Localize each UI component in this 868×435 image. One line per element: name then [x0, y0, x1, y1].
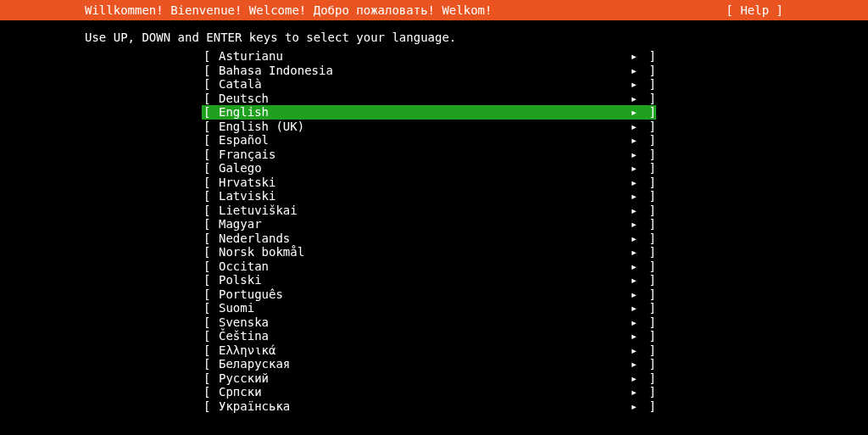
bracket-open: [	[203, 105, 219, 120]
bracket-open: [	[203, 245, 219, 259]
bracket-close: ]	[641, 287, 656, 302]
chevron-right-icon: ▸	[627, 217, 641, 231]
language-item[interactable]: [Українська▸]	[203, 399, 656, 414]
bracket-close: ]	[641, 161, 656, 176]
instruction-text: Use UP, DOWN and ENTER keys to select yo…	[0, 20, 868, 49]
language-label: Español	[219, 133, 627, 148]
bracket-close: ]	[641, 120, 656, 134]
bracket-close: ]	[641, 105, 656, 120]
bracket-open: [	[203, 64, 219, 78]
language-item[interactable]: [Deutsch▸]	[203, 92, 656, 106]
bracket-open: [	[203, 301, 219, 315]
bracket-close: ]	[641, 385, 656, 399]
bracket-close: ]	[641, 77, 656, 92]
bracket-open: [	[203, 315, 219, 330]
language-label: Magyar	[219, 217, 627, 231]
bracket-close: ]	[641, 49, 656, 64]
chevron-right-icon: ▸	[627, 385, 641, 399]
bracket-open: [	[203, 231, 219, 246]
bracket-close: ]	[641, 399, 656, 414]
header-title: Willkommen! Bienvenue! Welcome! Добро по…	[85, 3, 492, 17]
chevron-right-icon: ▸	[627, 357, 641, 371]
language-item[interactable]: [Српски▸]	[203, 385, 656, 399]
bracket-open: [	[203, 259, 219, 274]
language-item[interactable]: [Polski▸]	[203, 273, 656, 287]
bracket-open: [	[203, 217, 219, 231]
language-item[interactable]: [Galego▸]	[203, 161, 656, 176]
bracket-open: [	[203, 329, 219, 343]
chevron-right-icon: ▸	[627, 77, 641, 92]
language-item[interactable]: [Nederlands▸]	[203, 231, 656, 246]
bracket-close: ]	[641, 371, 656, 386]
language-item[interactable]: [Ελληνικά▸]	[203, 343, 656, 358]
language-item[interactable]: [Latviski▸]	[203, 189, 656, 204]
language-item[interactable]: [Bahasa Indonesia▸]	[203, 64, 656, 78]
language-item[interactable]: [Svenska▸]	[203, 315, 656, 330]
bracket-close: ]	[641, 231, 656, 246]
chevron-right-icon: ▸	[627, 315, 641, 330]
language-item[interactable]: [Suomi▸]	[203, 301, 656, 315]
language-label: Nederlands	[219, 231, 627, 246]
language-item[interactable]: [Occitan▸]	[203, 259, 656, 274]
bracket-open: [	[203, 120, 219, 134]
chevron-right-icon: ▸	[627, 245, 641, 259]
language-label: Català	[219, 77, 627, 92]
bracket-close: ]	[641, 92, 656, 106]
language-label: Português	[219, 287, 627, 302]
language-item[interactable]: [Hrvatski▸]	[203, 176, 656, 190]
language-item[interactable]: [Asturianu▸]	[203, 49, 656, 64]
language-item[interactable]: [Français▸]	[203, 148, 656, 162]
language-label: Français	[219, 148, 627, 162]
bracket-open: [	[203, 133, 219, 148]
language-label: Asturianu	[219, 49, 627, 64]
language-label: Lietuviškai	[219, 204, 627, 218]
language-label: Suomi	[219, 301, 627, 315]
chevron-right-icon: ▸	[627, 133, 641, 148]
language-item[interactable]: [Español▸]	[203, 133, 656, 148]
bracket-close: ]	[641, 259, 656, 274]
chevron-right-icon: ▸	[627, 343, 641, 358]
language-item[interactable]: [Magyar▸]	[203, 217, 656, 231]
bracket-close: ]	[641, 329, 656, 343]
bracket-close: ]	[641, 204, 656, 218]
chevron-right-icon: ▸	[627, 399, 641, 414]
chevron-right-icon: ▸	[627, 204, 641, 218]
language-item[interactable]: [Português▸]	[203, 287, 656, 302]
language-label: Беларуская	[219, 357, 627, 371]
language-item[interactable]: [Беларуская▸]	[203, 357, 656, 371]
bracket-close: ]	[641, 245, 656, 259]
language-label: Українська	[219, 399, 627, 414]
bracket-open: [	[203, 204, 219, 218]
language-list: [Asturianu▸][Bahasa Indonesia▸][Català▸]…	[0, 49, 868, 413]
language-item[interactable]: [Norsk bokmål▸]	[203, 245, 656, 259]
language-label: Occitan	[219, 259, 627, 274]
language-label: Русский	[219, 371, 627, 386]
language-item[interactable]: [Čeština▸]	[203, 329, 656, 343]
bracket-close: ]	[641, 343, 656, 358]
chevron-right-icon: ▸	[627, 189, 641, 204]
chevron-right-icon: ▸	[627, 64, 641, 78]
chevron-right-icon: ▸	[627, 273, 641, 287]
chevron-right-icon: ▸	[627, 49, 641, 64]
language-item[interactable]: [English▸]	[202, 105, 656, 120]
chevron-right-icon: ▸	[627, 231, 641, 246]
chevron-right-icon: ▸	[627, 161, 641, 176]
bracket-close: ]	[641, 148, 656, 162]
language-label: Ελληνικά	[219, 343, 627, 358]
language-label: Deutsch	[219, 92, 627, 106]
language-label: Hrvatski	[219, 176, 627, 190]
bracket-open: [	[203, 273, 219, 287]
language-item[interactable]: [Lietuviškai▸]	[203, 204, 656, 218]
bracket-close: ]	[641, 176, 656, 190]
language-item[interactable]: [English (UK)▸]	[203, 120, 656, 134]
bracket-open: [	[203, 176, 219, 190]
help-link[interactable]: [ Help ]	[726, 3, 783, 17]
bracket-close: ]	[641, 357, 656, 371]
bracket-close: ]	[641, 133, 656, 148]
language-item[interactable]: [Català▸]	[203, 77, 656, 92]
language-item[interactable]: [Русский▸]	[203, 371, 656, 386]
chevron-right-icon: ▸	[627, 329, 641, 343]
bracket-close: ]	[641, 301, 656, 315]
language-label: English (UK)	[219, 120, 627, 134]
bracket-open: [	[203, 49, 219, 64]
